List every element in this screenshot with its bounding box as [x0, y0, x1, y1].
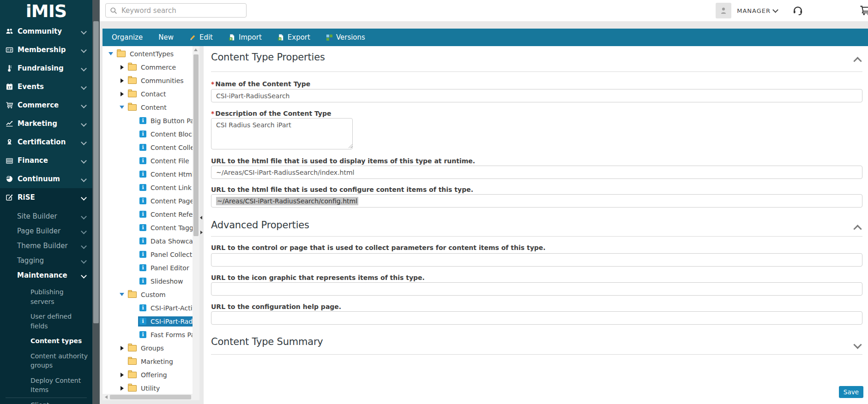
tree-item-content-reference[interactable]: iContent Refer	[102, 208, 193, 221]
sidebar-scrollbar[interactable]	[92, 0, 100, 404]
expander-open-icon[interactable]	[119, 105, 125, 110]
tree-item-content-link[interactable]: iContent Link	[102, 181, 193, 194]
sidebar-item-finance[interactable]: Finance	[0, 151, 92, 170]
description-textarea[interactable]: CSI Radius Search iPart	[211, 118, 353, 149]
sidebar-item-label: Community	[18, 27, 82, 36]
scroll-up-arrow[interactable]	[194, 48, 198, 51]
scrollbar-thumb[interactable]	[110, 395, 191, 399]
support-headset-icon[interactable]	[792, 5, 803, 18]
info-icon: i	[139, 278, 146, 285]
collapse-left-icon[interactable]	[200, 216, 202, 220]
tree-item-data-showcase[interactable]: iData Showcas	[102, 234, 193, 248]
tree-horizontal-scrollbar[interactable]	[102, 394, 199, 400]
tree-item-offering[interactable]: Offering	[102, 368, 193, 381]
sidebar-item-fundraising[interactable]: Fundraising	[0, 59, 92, 77]
toolbar-versions[interactable]: Versions	[326, 33, 365, 42]
tree-item-groups[interactable]: Groups	[102, 341, 193, 355]
thermometer-icon	[4, 65, 14, 72]
calendar-icon: 17	[4, 83, 14, 91]
tree-item-big-button-panel[interactable]: iBig Button Pa	[102, 114, 193, 127]
sidebar-item-page-builder[interactable]: Page Builder	[0, 224, 92, 238]
tree-item-commerce[interactable]: Commerce	[102, 60, 193, 74]
configure-url-input[interactable]: ~/Areas/CSI-iPart-RadiusSearch/config.ht…	[211, 194, 862, 208]
tree-item-custom[interactable]: Custom	[102, 288, 193, 301]
sidebar-item-continuum[interactable]: Continuum	[0, 170, 92, 188]
display-url-input[interactable]	[211, 166, 862, 179]
sidebar-item-content-authority-groups[interactable]: Content authority groups	[30, 351, 89, 370]
expander-open-icon[interactable]	[108, 51, 114, 57]
sidebar-item-content-types[interactable]: Content types	[30, 336, 89, 346]
user-menu[interactable]: MANAGER	[716, 3, 778, 18]
tree-item-panel-collection[interactable]: iPanel Collecti	[102, 248, 193, 261]
sidebar-item-client-applications[interactable]: Client applications	[30, 400, 89, 404]
imis-logo[interactable]: iMIS	[0, 0, 92, 22]
toolbar-export[interactable]: Export	[277, 33, 310, 42]
tree-item-contenttypes[interactable]: ContentTypes	[102, 47, 193, 60]
expander-closed-icon[interactable]	[119, 345, 125, 351]
expand-section-icon[interactable]	[853, 340, 862, 349]
expander-closed-icon[interactable]	[119, 78, 125, 83]
sidebar-item-events[interactable]: 17 Events	[0, 77, 92, 96]
scrollbar-thumb[interactable]	[93, 21, 99, 323]
sidebar-item-label: Marketing	[18, 119, 82, 128]
scroll-left-arrow[interactable]	[105, 395, 108, 399]
sidebar-item-membership[interactable]: Membership	[0, 41, 92, 59]
sidebar-item-theme-builder[interactable]: Theme Builder	[0, 238, 92, 253]
sidebar: iMIS Community Membership Fundraising 17…	[0, 0, 92, 404]
expander-open-icon[interactable]	[119, 292, 125, 297]
tree-item-content-html[interactable]: iContent Html	[102, 167, 193, 181]
sidebar-item-maintenance[interactable]: Maintenance	[0, 268, 92, 283]
tree-item-content-page[interactable]: iContent Page	[102, 194, 193, 208]
search-input[interactable]	[121, 6, 246, 15]
sidebar-item-marketing[interactable]: Marketing	[0, 114, 92, 133]
section-title-summary: Content Type Summary	[211, 336, 323, 347]
save-button[interactable]: Save	[839, 386, 863, 398]
toolbar-edit[interactable]: Edit	[189, 33, 213, 42]
tree-item-content-block[interactable]: iContent Block	[102, 127, 193, 141]
tree-item-utility[interactable]: Utility	[102, 381, 193, 394]
sidebar-item-deploy-content-items[interactable]: Deploy Content Items	[30, 376, 89, 395]
chevron-down-icon	[81, 139, 87, 145]
tree-item-content-collection[interactable]: iContent Colle	[102, 141, 193, 154]
sidebar-item-tagging[interactable]: Tagging	[0, 253, 92, 268]
panel-splitter[interactable]	[199, 46, 204, 404]
chevron-down-icon	[81, 29, 87, 35]
sidebar-item-publishing-servers[interactable]: Publishing servers	[30, 287, 89, 306]
collapse-section-icon[interactable]	[853, 225, 862, 233]
expander-closed-icon[interactable]	[119, 91, 125, 97]
tree-item-slideshow[interactable]: iSlideshow	[102, 274, 193, 288]
tree-item-contact[interactable]: Contact	[102, 87, 193, 101]
scrollbar-thumb[interactable]	[193, 54, 199, 236]
sidebar-item-commerce[interactable]: Commerce	[0, 96, 92, 114]
tree-item-content-tagged[interactable]: iContent Tagge	[102, 221, 193, 234]
collapse-right-icon[interactable]	[200, 231, 203, 234]
sidebar-item-rise[interactable]: RiSE	[0, 188, 92, 207]
help-url-input[interactable]	[211, 311, 862, 325]
expander-closed-icon[interactable]	[119, 372, 125, 378]
tree-item-csi-ipart-radiussearch[interactable]: iCSI-iPart-Radi	[102, 315, 193, 328]
icon-url-input[interactable]	[211, 282, 862, 296]
tree-vertical-scrollbar[interactable]	[193, 46, 199, 394]
toolbar-new[interactable]: New	[158, 33, 174, 42]
tree-item-fast-forms[interactable]: iFast Forms Pa	[102, 328, 193, 341]
keyword-search	[105, 3, 247, 18]
sidebar-item-user-defined-fields[interactable]: User defined fields	[30, 312, 89, 331]
cart-icon[interactable]	[860, 5, 868, 18]
tree-item-panel-editor[interactable]: iPanel Editor	[102, 261, 193, 274]
tree-item-communities[interactable]: Communities	[102, 74, 193, 87]
tree-item-content-file[interactable]: iContent File	[102, 154, 193, 167]
tree-item-csi-ipart-activity[interactable]: iCSI-iPart-Activ	[102, 301, 193, 315]
expander-closed-icon[interactable]	[119, 386, 125, 391]
parameters-url-input[interactable]	[211, 253, 862, 267]
tree-item-content[interactable]: Content	[102, 101, 193, 114]
collapse-section-icon[interactable]	[853, 57, 862, 65]
sidebar-item-community[interactable]: Community	[0, 22, 92, 41]
sidebar-item-site-builder[interactable]: Site Builder	[0, 209, 92, 224]
tree-item-marketing[interactable]: Marketing	[102, 355, 193, 368]
sidebar-item-certification[interactable]: Certification	[0, 133, 92, 151]
folder-icon	[128, 104, 137, 111]
name-input[interactable]	[211, 89, 862, 102]
toolbar-import[interactable]: Import	[229, 33, 262, 42]
toolbar-organize[interactable]: Organize	[112, 33, 143, 42]
expander-closed-icon[interactable]	[119, 65, 125, 70]
